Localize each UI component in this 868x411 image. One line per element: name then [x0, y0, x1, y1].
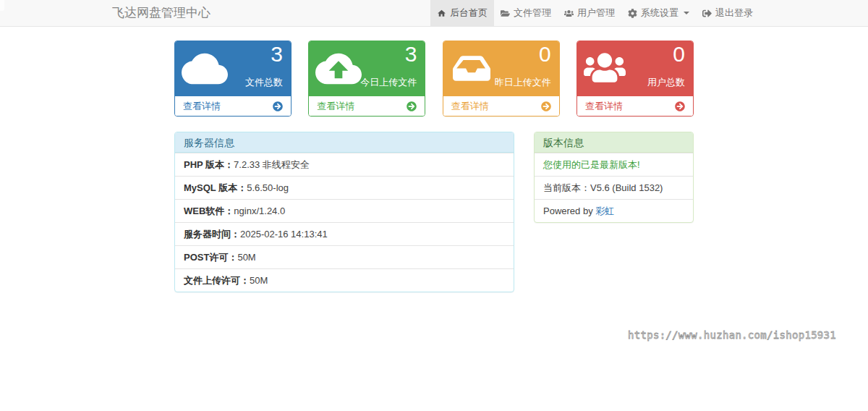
- caret-down-icon: [684, 12, 689, 14]
- stat-value: 0: [673, 42, 685, 67]
- cloud-upload-icon: [315, 46, 362, 92]
- home-icon: [437, 9, 446, 18]
- stat-label: 今日上传文件: [360, 76, 417, 89]
- view-details-link[interactable]: 查看详情: [175, 96, 291, 116]
- nav-item-system-settings[interactable]: 系统设置: [621, 0, 696, 26]
- stat-card-today-uploads: 3 今日上传文件 查看详情: [308, 41, 425, 116]
- nav-item-label: 退出登录: [715, 7, 753, 20]
- row-label: 当前版本：: [543, 182, 590, 193]
- row-value: 5.6.50-log: [247, 182, 289, 193]
- stat-cards-row: 3 文件总数 查看详情 3 今日上传文件 查看详情 0 昨日: [174, 41, 694, 116]
- row-label: 文件上传许可：: [184, 275, 250, 286]
- watermark-text: https://www.huzhan.com/ishop15931: [628, 329, 836, 341]
- row-label: MySQL 版本：: [184, 182, 247, 193]
- users-group-icon: [584, 51, 626, 85]
- view-details-label: 查看详情: [317, 100, 354, 113]
- stat-card-total-users: 0 用户总数 查看详情: [576, 41, 694, 116]
- stat-label: 用户总数: [647, 76, 685, 89]
- stat-value: 0: [539, 42, 551, 67]
- view-details-link[interactable]: 查看详情: [309, 96, 425, 116]
- corner-artifact: [0, 0, 4, 11]
- stat-card-yesterday-uploads: 0 昨日上传文件 查看详情: [443, 41, 560, 116]
- stat-label: 文件总数: [245, 76, 283, 89]
- server-info-panel: 服务器信息 PHP 版本：7.2.33 非线程安全 MySQL 版本：5.6.5…: [174, 132, 514, 292]
- arrow-circle-right-icon: [675, 101, 685, 111]
- sign-out-icon: [702, 9, 712, 18]
- nav-item-label: 文件管理: [514, 7, 551, 20]
- view-details-label: 查看详情: [585, 100, 623, 113]
- gear-icon: [628, 9, 637, 18]
- server-info-row-php: PHP 版本：7.2.33 非线程安全: [175, 153, 514, 176]
- stat-card-body: 0 用户总数: [577, 41, 693, 96]
- row-value: 50M: [250, 275, 268, 286]
- main-content: 3 文件总数 查看详情 3 今日上传文件 查看详情 0 昨日: [174, 41, 694, 292]
- inbox-icon: [453, 51, 490, 85]
- row-label: WEB软件：: [184, 206, 234, 216]
- version-info-panel: 版本信息 您使用的已是最新版本! 当前版本：V5.6 (Build 1532) …: [534, 132, 694, 223]
- navbar-menu: 后台首页 文件管理 用户管理 系统设置 退出登录: [430, 0, 760, 26]
- info-panels-row: 服务器信息 PHP 版本：7.2.33 非线程安全 MySQL 版本：5.6.5…: [174, 132, 694, 292]
- version-status-row: 您使用的已是最新版本!: [535, 153, 693, 176]
- server-info-panel-title: 服务器信息: [175, 132, 514, 153]
- stat-card-body: 3 今日上传文件: [309, 41, 425, 96]
- nav-item-label: 用户管理: [577, 7, 615, 20]
- stat-label: 昨日上传文件: [495, 76, 551, 89]
- view-details-link[interactable]: 查看详情: [577, 96, 693, 116]
- arrow-circle-right-icon: [407, 101, 417, 111]
- row-value: V5.6 (Build 1532): [590, 182, 663, 193]
- nav-item-logout[interactable]: 退出登录: [696, 0, 760, 26]
- server-info-row-time: 服务器时间：2025-02-16 14:13:41: [175, 222, 514, 245]
- row-value: 50M: [237, 252, 255, 263]
- users-icon: [564, 9, 574, 18]
- nav-item-file-management[interactable]: 文件管理: [494, 0, 558, 26]
- view-details-label: 查看详情: [183, 100, 221, 113]
- navbar-brand[interactable]: 飞达网盘管理中心: [112, 0, 210, 26]
- stat-card-body: 0 昨日上传文件: [443, 41, 559, 96]
- server-info-row-post: POST许可：50M: [175, 245, 514, 268]
- current-version-row: 当前版本：V5.6 (Build 1532): [535, 176, 693, 199]
- view-details-label: 查看详情: [451, 100, 489, 113]
- powered-by-row: Powered by 彩虹: [535, 199, 693, 222]
- nav-item-user-management[interactable]: 用户管理: [558, 0, 621, 26]
- stat-card-body: 3 文件总数: [175, 41, 291, 96]
- arrow-circle-right-icon: [541, 101, 551, 111]
- arrow-circle-right-icon: [273, 101, 283, 111]
- version-status-text: 您使用的已是最新版本!: [543, 159, 640, 170]
- row-label: 服务器时间：: [184, 229, 240, 240]
- row-value: nginx/1.24.0: [234, 206, 285, 216]
- nav-item-label: 系统设置: [641, 7, 678, 20]
- powered-by-text: Powered by: [543, 206, 595, 216]
- powered-by-link[interactable]: 彩虹: [595, 206, 614, 216]
- stat-value: 3: [271, 42, 283, 67]
- row-value: 7.2.33 非线程安全: [234, 159, 310, 170]
- stat-card-total-files: 3 文件总数 查看详情: [174, 41, 292, 116]
- row-label: PHP 版本：: [184, 159, 234, 170]
- server-info-row-upload: 文件上传许可：50M: [175, 268, 514, 292]
- folder-open-icon: [501, 9, 510, 18]
- server-info-row-web: WEB软件：nginx/1.24.0: [175, 199, 514, 222]
- top-navbar: 飞达网盘管理中心 后台首页 文件管理 用户管理 系统设置 退出登录: [0, 0, 868, 27]
- nav-item-dashboard[interactable]: 后台首页: [430, 0, 494, 26]
- row-label: POST许可：: [184, 252, 237, 263]
- version-info-panel-title: 版本信息: [535, 132, 693, 153]
- view-details-link[interactable]: 查看详情: [443, 96, 559, 116]
- nav-item-label: 后台首页: [450, 7, 488, 20]
- row-value: 2025-02-16 14:13:41: [240, 229, 328, 240]
- cloud-icon: [182, 46, 228, 92]
- server-info-row-mysql: MySQL 版本：5.6.50-log: [175, 176, 514, 199]
- stat-value: 3: [405, 42, 417, 67]
